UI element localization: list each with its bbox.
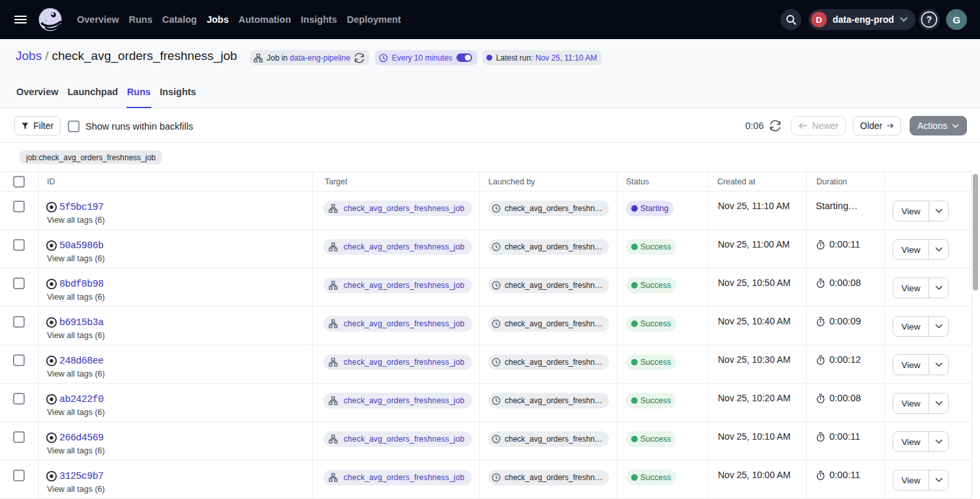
svg-text:?: ? (927, 14, 932, 25)
